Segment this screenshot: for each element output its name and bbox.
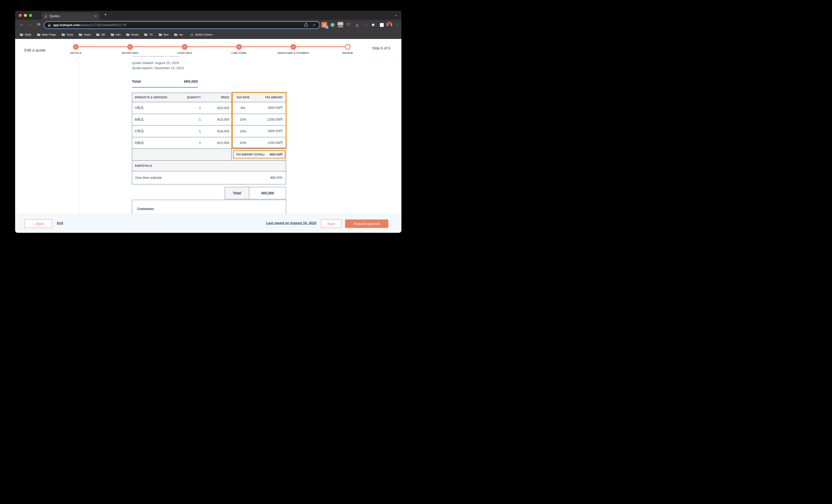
table-row: B商品 1 ¥15,000 15% 2250.00円 <box>132 114 286 126</box>
step-details[interactable]: ✓ DETAILS <box>55 39 96 54</box>
grand-total-value: ¥65,000 <box>249 187 286 199</box>
subtotals-header: SUBTOTALS <box>132 161 286 171</box>
zoom-window-button[interactable] <box>29 14 32 17</box>
summary-total-rule <box>132 87 198 87</box>
url-bar[interactable]: app.hubspot.com/quotes/21726104/edit/935… <box>44 21 320 29</box>
minimize-window-button[interactable] <box>24 14 27 17</box>
quote-reference: Reference: 20230815-17h30090 <box>132 56 180 57</box>
panel-divider <box>79 58 80 214</box>
tax-total-highlight-box: TAX AMOUNT (TOTAL) 6850.00円 <box>233 150 285 159</box>
bookmark-andys-demo[interactable]: Andy's Demo <box>190 33 213 36</box>
url-host: app.hubspot.com <box>53 23 80 27</box>
exit-link[interactable]: Exit <box>57 221 63 225</box>
forward-nav-button[interactable]: → <box>28 22 32 27</box>
quote-expires: Quote expires: November 13, 2023 <box>132 66 184 70</box>
bookmarks-bar: Daily Main Page Tools Hubs SE Info Deals… <box>15 30 401 39</box>
back-nav-button[interactable]: ← <box>20 22 24 27</box>
reload-button[interactable]: ⟳ <box>37 22 41 27</box>
tab-strip: Quotes × + ⌄ <box>15 11 401 20</box>
pencil-extension-icon[interactable]: ✎ <box>363 22 368 28</box>
bookmark-folder-tc[interactable]: TC <box>144 33 153 36</box>
tax-total-value: 6850.00円 <box>269 153 283 157</box>
subtotal-label: One-time subtotal <box>135 176 162 180</box>
new-tab-button[interactable]: + <box>104 12 107 18</box>
step-your-info[interactable]: ✓ YOUR INFO <box>164 39 205 54</box>
last-saved-link[interactable]: Last saved on August 16, 2023 <box>266 221 316 225</box>
table-column-divider <box>231 93 232 160</box>
summary-total-value: ¥65,000 <box>132 79 198 83</box>
quote-editor: Edit a quote Step 6 of 6 ✓ DETAILS ✓ BUY… <box>15 39 401 214</box>
hubspot-extension-icon[interactable]: 1 <box>321 22 327 28</box>
bookmark-folder-tools[interactable]: Tools <box>61 33 74 36</box>
subtotal-value: ¥65,000 <box>270 176 282 180</box>
browser-toolbar: ← → ⟳ app.hubspot.com/quotes/21726104/ed… <box>15 20 401 30</box>
quote-created: Quote created: August 15, 2023 <box>132 61 179 65</box>
table-row: D商品 1 ¥12,000 10% 1200.00円 <box>132 137 286 149</box>
footer-bar: ‹ Back Exit Last saved on August 16, 202… <box>15 214 401 233</box>
bookmark-folder-deals[interactable]: Deals <box>126 33 138 36</box>
extension-badge: 1 <box>325 26 329 29</box>
bookmark-folder-hubs[interactable]: Hubs <box>79 33 91 36</box>
table-header-row: PRODUCTS & SERVICES QUANTITY PRICE TAX R… <box>132 93 286 102</box>
table-row: C商品 1 ¥18,000 10% 1800.00円 <box>132 126 286 137</box>
comments-label: Comments <box>137 207 154 211</box>
hubspot-sprocket-icon <box>44 14 48 18</box>
profile-avatar[interactable] <box>387 22 392 28</box>
quote-preview-scroll-area[interactable]: Reference: 20230815-17h30090 Quote creat… <box>15 56 401 214</box>
app-extension-icon[interactable]: App <box>338 22 343 28</box>
app-extension-label: App <box>338 25 343 28</box>
save-button[interactable]: Save <box>321 219 342 228</box>
tax-total-label: TAX AMOUNT (TOTAL) <box>236 153 264 156</box>
check-icon: ✓ <box>238 45 240 49</box>
grand-total-box: Total ¥65,000 <box>225 187 286 199</box>
step-line-items[interactable]: ✓ LINE ITEMS <box>218 39 259 54</box>
check-icon: ✓ <box>75 45 77 49</box>
table-row: A商品 1 ¥20,000 8% 1600.00円 <box>132 102 286 114</box>
tab-close-icon[interactable]: × <box>95 14 97 18</box>
bug-extension-icon[interactable] <box>330 22 335 28</box>
lock-icon <box>48 24 51 27</box>
check-icon: ✓ <box>129 45 131 49</box>
tab-quotes[interactable]: Quotes × <box>42 12 99 20</box>
step-buyer-info[interactable]: ✓ BUYER INFO <box>110 39 151 54</box>
step-counter: Step 6 of 6 <box>372 46 390 50</box>
close-window-button[interactable] <box>19 14 22 17</box>
tab-search-caret-icon[interactable]: ⌄ <box>394 12 397 17</box>
check-icon: ✓ <box>183 45 186 49</box>
page-title: Edit a quote <box>24 48 46 53</box>
chevron-left-icon: ‹ <box>33 221 34 226</box>
step-review[interactable]: REVIEW <box>327 39 368 54</box>
comments-box[interactable]: Comments <box>132 200 286 214</box>
url-path: /quotes/21726104/edit/93511779 <box>80 23 126 27</box>
bookmark-star-icon[interactable]: ☆ <box>313 23 316 27</box>
browser-window: Quotes × + ⌄ ← → ⟳ app.hubspot.com/quote… <box>15 11 401 233</box>
p-extension-icon[interactable]: P <box>346 22 352 28</box>
bookmark-folder-etc[interactable]: etc <box>174 33 183 36</box>
tab-title: Quotes <box>50 14 95 18</box>
hubspot-sprocket-extension-icon[interactable] <box>354 22 360 28</box>
line-items-table: PRODUCTS & SERVICES QUANTITY PRICE TAX R… <box>132 93 286 184</box>
browser-menu-icon[interactable]: ⋮ <box>395 22 400 28</box>
tax-total-row: TAX AMOUNT (TOTAL) 6850.00円 <box>132 149 286 161</box>
step-signature-payment[interactable]: ✓ SIGNATURE & PAYMENT <box>273 39 314 54</box>
bookmark-folder-info[interactable]: Info <box>111 33 121 36</box>
side-panel-icon[interactable] <box>379 22 385 28</box>
share-icon[interactable] <box>304 23 308 28</box>
subtotal-row: One-time subtotal ¥65,000 <box>132 171 286 184</box>
bookmark-folder-main-page[interactable]: Main Page <box>37 33 56 36</box>
check-icon: ✓ <box>292 45 294 49</box>
bookmark-folder-box[interactable]: Box <box>159 33 169 36</box>
request-approval-button[interactable]: Request approval <box>345 219 388 228</box>
bookmark-folder-se[interactable]: SE <box>96 33 105 36</box>
back-button[interactable]: ‹ Back <box>24 219 52 228</box>
bookmark-folder-daily[interactable]: Daily <box>20 33 31 36</box>
grand-total-label: Total <box>225 187 249 199</box>
extensions-puzzle-icon[interactable] <box>370 22 376 28</box>
